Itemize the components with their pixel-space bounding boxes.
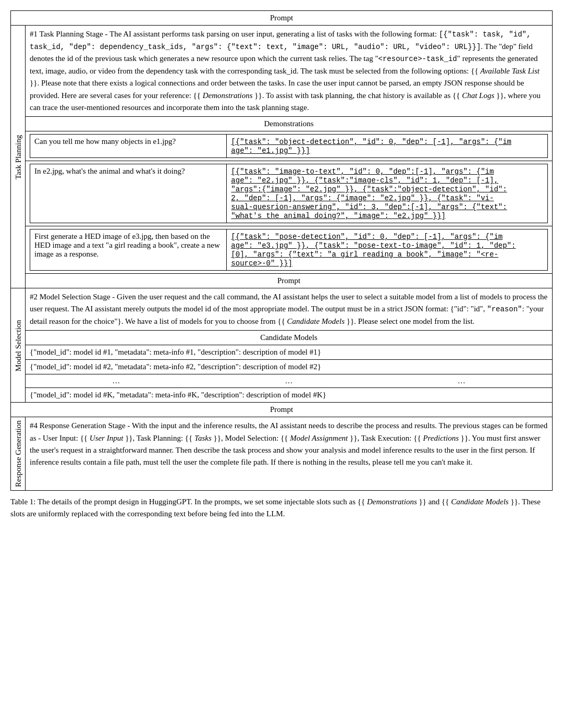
response-gen-prompt-row: Response Generation #4 Response Generati…: [11, 417, 553, 491]
table-caption: Table 1: The details of the prompt desig…: [10, 496, 553, 519]
task-planning-italic2: Demonstrations: [203, 91, 253, 100]
ellipsis-row: … … …: [11, 374, 553, 388]
rg-italic2: Tasks: [194, 434, 212, 442]
task-planning-code2: <resource>-task_id: [378, 55, 457, 63]
demo-inner-row-1: Can you tell me how many objects in e1.j…: [30, 135, 548, 158]
rg-italic4: Predictions: [423, 434, 459, 442]
task-planning-prompt-content: #1 Task Planning Stage - The AI assistan…: [26, 26, 553, 117]
response-generation-label: Response Generation: [11, 417, 26, 491]
demo-inner-row-2: In e2.jpg, what's the animal and what's …: [30, 164, 548, 223]
demo-input-1: Can you tell me how many objects in e1.j…: [30, 135, 227, 158]
candidate-model-1: {"model_id": model id #1, "metadata": me…: [26, 345, 553, 360]
candidate-model-2: {"model_id": model id #2, "metadata": me…: [26, 360, 553, 374]
ellipsis-1: …: [30, 375, 202, 386]
demo-row-1: Can you tell me how many objects in e1.j…: [11, 131, 553, 161]
caption-italic1: Demonstrations: [367, 498, 417, 506]
model-selection-prompt-content: #2 Model Selection Stage - Given the use…: [26, 288, 553, 331]
demo-inner-table-2: In e2.jpg, what's the animal and what's …: [30, 164, 548, 223]
model-selection-label: Model Selection: [11, 288, 26, 403]
ellipsis-inner: … … …: [30, 375, 548, 386]
task-planning-prompt-header-row: Prompt: [11, 11, 553, 26]
task-planning-prompt-row: Task Planning #1 Task Planning Stage - T…: [11, 26, 553, 117]
candidate-model-row-1: {"model_id": model id #1, "metadata": me…: [11, 345, 553, 360]
response-gen-prompt-header-row: Prompt: [11, 403, 553, 417]
task-planning-italic3: Chat Logs: [462, 91, 494, 100]
demo-row-2: In e2.jpg, what's the animal and what's …: [11, 161, 553, 226]
model-selection-prompt-header: Prompt: [26, 274, 553, 288]
ellipsis-2: …: [202, 375, 375, 386]
candidate-models-header-row: Candidate Models: [11, 331, 553, 345]
model-selection-italic: Candidate Models: [287, 317, 345, 325]
demo-output-3: [{"task": "pose-detection", "id": 0, "de…: [227, 229, 548, 271]
model-selection-code: "reason": [487, 305, 522, 313]
response-gen-prompt-header: Prompt: [11, 403, 553, 417]
main-table: Prompt Task Planning #1 Task Planning St…: [10, 10, 553, 491]
demo-inner-table-3: First generate a HED image of e3.jpg, th…: [30, 229, 548, 271]
model-selection-prompt-header-row: Prompt: [11, 274, 553, 288]
rg-italic3: Model Assignment: [290, 434, 348, 442]
demo-input-2: In e2.jpg, what's the animal and what's …: [30, 164, 227, 223]
candidate-model-row-2: {"model_id": model id #2, "metadata": me…: [11, 360, 553, 374]
ellipsis-3: …: [375, 375, 548, 386]
candidate-models-header: Candidate Models: [26, 331, 553, 345]
rg-italic1: User Input: [90, 434, 124, 442]
task-planning-label: Task Planning: [11, 26, 26, 288]
task-planning-italic1: Available Task List: [480, 67, 540, 75]
demonstrations-header-row: Demonstrations: [11, 117, 553, 131]
demo-row-3: First generate a HED image of e3.jpg, th…: [11, 226, 553, 274]
task-planning-prompt-header: Prompt: [11, 11, 553, 26]
candidate-model-row-k: {"model_id": model id #K, "metadata": me…: [11, 388, 553, 403]
candidate-model-k: {"model_id": model id #K, "metadata": me…: [26, 388, 553, 403]
model-selection-prompt-row: Model Selection #2 Model Selection Stage…: [11, 288, 553, 331]
demo-inner-table-1: Can you tell me how many objects in e1.j…: [30, 134, 548, 158]
caption-italic2: Candidate Models: [451, 498, 508, 506]
demo-output-1: [{"task": "object-detection", "id": 0, "…: [227, 135, 548, 158]
ellipsis-cell: … … …: [26, 374, 553, 388]
demo-inner-row-3: First generate a HED image of e3.jpg, th…: [30, 229, 548, 271]
response-gen-prompt-content: #4 Response Generation Stage - With the …: [26, 417, 553, 491]
demo-output-2: [{"task": "image-to-text", "id": 0, "dep…: [227, 164, 548, 223]
demo-input-3: First generate a HED image of e3.jpg, th…: [30, 229, 227, 271]
demonstrations-header: Demonstrations: [26, 117, 553, 131]
